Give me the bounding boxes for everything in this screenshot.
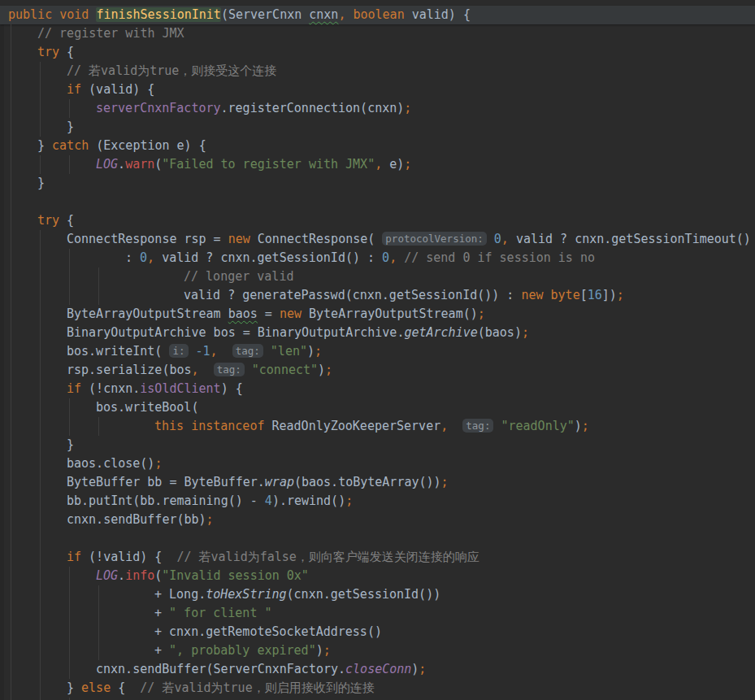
indent-guide [40,361,41,380]
code-line[interactable]: ByteArrayOutputStream baos = new ByteArr… [0,305,755,324]
indent-guide [11,529,11,548]
indent-guide [11,511,11,529]
token-text [52,7,59,22]
code-line[interactable]: cnxn.sendBuffer(ServerCnxnFactory.closeC… [0,660,755,679]
code-line[interactable]: valid ? generatePasswd(cnxn.getSessionId… [0,286,755,305]
code-line[interactable]: this instanceof ReadOnlyZooKeeperServer,… [0,417,755,436]
token-text: ) [575,419,582,433]
indent-guide [11,567,11,585]
code-line[interactable]: if (!cnxn.isOldClient) { [0,380,755,398]
code-line[interactable]: try { [0,211,755,230]
indent-guide [40,660,41,679]
indent-guide [11,62,11,80]
code-line[interactable]: BinaryOutputArchive bos = BinaryOutputAr… [0,324,755,342]
token-comment: // register with JMX [37,26,184,41]
code-line[interactable]: cnxn.sendBuffer(bb); [0,511,755,529]
code-line[interactable]: } [0,436,755,454]
code-line[interactable]: } [0,174,755,193]
token-text [448,419,462,433]
code-line[interactable]: // longer valid [0,267,755,286]
token-string: " for client " [169,606,271,620]
indent-guide [40,99,41,118]
sticky-method-signature[interactable]: public void finishSessionInit(ServerCnxn… [0,6,755,24]
code-line[interactable]: bb.putInt(bb.remaining() - 4).rewind(); [0,492,755,511]
parameter-hint[interactable]: protocolVersion: [382,232,486,246]
parameter-hint[interactable]: tag: [462,419,493,433]
indent-guide [11,604,11,623]
token-punctuation: ; [154,456,162,471]
indent-guide [69,567,70,585]
code-line[interactable]: + ", probably expired"); [0,641,755,660]
code-line[interactable]: serverCnxnFactory.registerConnection(cnx… [0,99,755,118]
indent-guide [11,249,11,267]
token-keyword: boolean [353,7,404,22]
token-field: isOldClient [140,381,220,396]
code-line[interactable]: } else { // 若valid为true，则启用接收到的连接 [0,679,755,698]
token-text [397,250,404,265]
token-string: "readOnly" [501,419,574,433]
indent-guide [11,492,11,511]
code-line[interactable]: ByteBuffer bb = ByteBuffer.wrap(baos.toB… [0,473,755,492]
code-line[interactable]: ConnectResponse rsp = new ConnectRespons… [0,230,755,249]
code-line[interactable]: // 若valid为true，则接受这个连接 [0,62,755,80]
parameter-hint[interactable]: i: [169,344,188,358]
indent-guide [69,417,70,436]
code-line[interactable]: if (valid) { [0,80,755,99]
token-number: 4 [265,493,272,508]
indent-guide [11,436,11,454]
code-line[interactable]: bos.writeInt( i: -1, tag: "len"); [0,342,755,361]
indent-guide [40,473,41,492]
token-keyword: instanceof [191,419,264,433]
token-field: serverCnxnFactory [96,101,221,115]
indent-guide [40,286,41,305]
code-line[interactable]: baos.close(); [0,454,755,473]
indent-guide [69,398,70,417]
indent-guide [11,24,11,43]
code-line[interactable]: // register with JMX [0,24,755,43]
code-line[interactable]: + cnxn.getRemoteSocketAddress() [0,623,755,641]
indent-guide [69,99,70,118]
indent-guide [98,267,99,286]
indent-guide [11,342,11,361]
code-line[interactable]: } catch (Exception e) { [0,137,755,155]
code-line[interactable]: + Long.toHexString(cnxn.getSessionId()) [0,585,755,604]
code-editor[interactable]: public void finishSessionInit(ServerCnxn… [0,0,755,700]
indent-guide [40,511,41,529]
indent-guide [11,548,11,567]
token-keyword: try [37,45,59,59]
code-line[interactable]: rsp.serialize(bos, tag: "connect"); [0,361,755,380]
indent-guide [69,155,70,174]
token-punctuation: , [147,250,154,265]
token-keyword: catch [52,138,89,153]
token-punctuation: , [501,232,509,246]
token-number: 0 [382,250,389,265]
token-text: } [67,120,74,134]
indent-guide [11,585,11,604]
token-text: rsp.serialize(bos [67,363,192,377]
code-line[interactable] [0,193,755,211]
parameter-hint[interactable]: tag: [214,363,245,376]
code-line[interactable]: if (!valid) { // 若valid为false，则向客户端发送关闭连… [0,548,755,567]
code-line[interactable]: bos.writeBool( [0,398,755,417]
indent-guide [11,286,11,305]
indent-guide [11,118,11,137]
code-line[interactable]: LOG.warn("Failed to register with JMX", … [0,155,755,174]
code-line[interactable] [0,529,755,548]
code-line[interactable]: } [0,118,755,137]
indent-guide [11,193,11,211]
token-text: . [118,568,125,583]
token-keyword: if [67,550,81,564]
token-punctuation: , [440,419,448,433]
token-number: 0 [494,232,501,246]
code-line[interactable]: LOG.info("Invalid session 0x" [0,567,755,585]
indent-guide [40,380,41,398]
code-line[interactable]: : 0, valid ? cnxn.getSessionId() : 0, //… [0,249,755,267]
token-text: (cnxn.getSessionId()) [287,587,441,602]
token-text: ]) [602,288,617,302]
code-line[interactable]: + " for client " [0,604,755,623]
token-text: [ [580,288,588,302]
token-text: ) { [221,381,243,396]
token-keyword: this [154,419,184,433]
parameter-hint[interactable]: tag: [232,344,263,358]
code-line[interactable]: try { [0,43,755,62]
